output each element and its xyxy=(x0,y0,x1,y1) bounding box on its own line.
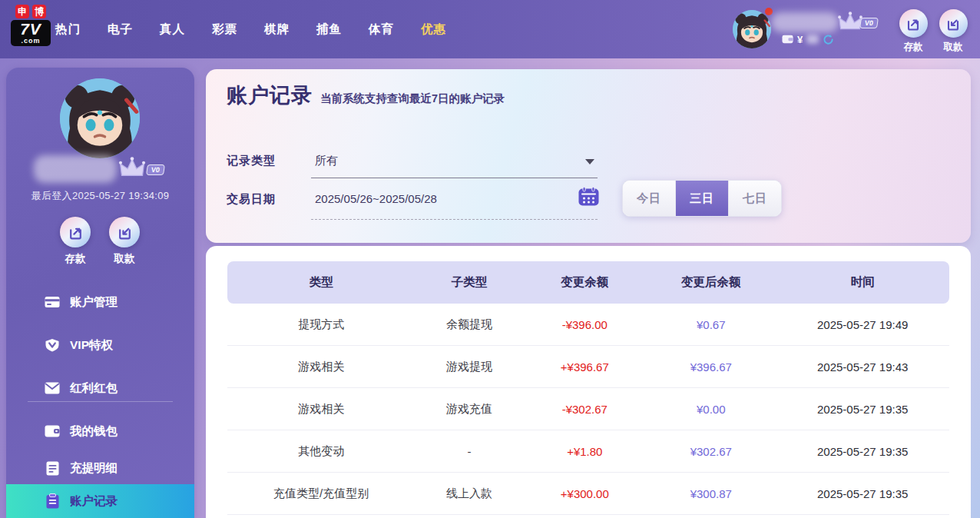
date-range-input[interactable]: 2025/05/26~2025/05/28 xyxy=(315,192,437,205)
vip-level-badge: V0 xyxy=(146,164,165,175)
cell-change: -¥302.67 xyxy=(523,403,646,416)
quick-range-toggle-group: 今日 三日 七日 xyxy=(622,180,782,217)
sidebar-item-bonus[interactable]: 红利红包 xyxy=(6,374,194,402)
sidebar-item-label: 我的钱包 xyxy=(70,423,118,440)
user-avatar[interactable] xyxy=(733,10,771,48)
table-row: 游戏相关 游戏提现 +¥396.67 ¥396.67 2025-05-27 19… xyxy=(227,346,949,388)
table-row: 充值类型/充值型别 线上入款 +¥300.00 ¥300.87 2025-05-… xyxy=(227,473,949,515)
withdraw-button[interactable]: 取款 xyxy=(938,9,968,54)
cell-subtype: 游戏充值 xyxy=(415,402,523,417)
cell-time: 2025-05-27 19:35 xyxy=(776,487,949,500)
brand-logo[interactable]: 申 博 7V .com xyxy=(11,5,51,46)
chevron-down-icon[interactable] xyxy=(585,159,594,164)
records-table-panel: 类型 子类型 变更余额 变更后余额 时间 提现方式 余额提现 -¥396.00 … xyxy=(206,246,971,518)
page: 申 博 7V .com 热门 电子 真人 彩票 棋牌 捕鱼 体育 优惠 V0 xyxy=(0,0,980,518)
sidebar-item-account-records[interactable]: 账户记录 xyxy=(6,484,194,518)
toggle-three-days[interactable]: 三日 xyxy=(675,181,728,216)
vip-shield-icon xyxy=(45,337,60,353)
top-navbar: 申 博 7V .com 热门 电子 真人 彩票 棋牌 捕鱼 体育 优惠 V0 xyxy=(0,0,980,58)
nav-item-promo[interactable]: 优惠 xyxy=(421,22,446,38)
table-body: 提现方式 余额提现 -¥396.00 ¥0.67 2025-05-27 19:4… xyxy=(227,304,949,515)
avatar-illustration xyxy=(733,10,771,48)
cell-type: 游戏相关 xyxy=(227,402,415,417)
date-range-underline xyxy=(311,219,598,220)
col-change: 变更余额 xyxy=(523,274,646,291)
sidebar: V0 最后登入2025-05-27 19:34:09 存款 取款 xyxy=(6,68,194,518)
page-title: 账户记录 xyxy=(227,81,313,109)
cell-balance: ¥0.00 xyxy=(646,403,776,416)
nav-item-board[interactable]: 棋牌 xyxy=(264,22,290,38)
wallet-icon xyxy=(45,423,60,439)
record-type-select[interactable]: 所有 xyxy=(315,154,338,168)
nav-item-live[interactable]: 真人 xyxy=(160,22,185,38)
nav-item-fishing[interactable]: 捕鱼 xyxy=(316,22,342,38)
cell-subtype: 线上入款 xyxy=(415,486,523,501)
sidebar-item-label: 账户记录 xyxy=(70,493,118,510)
date-range-label: 交易日期 xyxy=(227,192,276,207)
cell-change: -¥396.00 xyxy=(523,318,646,331)
crown-icon xyxy=(118,157,146,178)
red-packet-icon xyxy=(45,380,60,396)
sidebar-item-vip[interactable]: VIP特权 xyxy=(6,331,194,359)
nav-item-slots[interactable]: 电子 xyxy=(108,22,133,38)
cell-time: 2025-05-27 19:35 xyxy=(776,403,949,416)
cell-subtype: 余额提现 xyxy=(415,317,523,332)
table-row: 游戏相关 游戏充值 -¥302.67 ¥0.00 2025-05-27 19:3… xyxy=(227,388,949,430)
brand-suffix: .com xyxy=(13,38,48,45)
sidebar-avatar xyxy=(60,78,140,158)
deposit-icon xyxy=(60,217,91,247)
calendar-icon[interactable] xyxy=(578,187,599,206)
sidebar-withdraw-button[interactable]: 取款 xyxy=(108,217,141,266)
avatar-illustration xyxy=(60,78,140,158)
cell-change: +¥1.80 xyxy=(523,445,646,458)
withdraw-icon xyxy=(109,217,140,247)
cell-balance: ¥396.67 xyxy=(646,360,776,374)
brand-badges: 申 博 xyxy=(11,5,51,18)
toggle-seven-days[interactable]: 七日 xyxy=(728,181,781,216)
page-subtitle: 当前系统支持查询最近7日的账户记录 xyxy=(320,91,505,106)
username-redacted xyxy=(771,12,839,32)
deposit-button[interactable]: 存款 xyxy=(898,9,929,54)
cell-time: 2025-05-27 19:49 xyxy=(776,318,949,331)
sidebar-item-transaction-details[interactable]: 充提明细 xyxy=(6,454,194,482)
vip-level-badge: V0 xyxy=(859,18,879,28)
col-subtype: 子类型 xyxy=(415,274,523,291)
table-header: 类型 子类型 变更余额 变更后余额 时间 xyxy=(227,261,949,304)
toggle-today[interactable]: 今日 xyxy=(623,181,675,216)
balance-row: ¥ xyxy=(782,33,834,45)
deposit-icon xyxy=(899,9,928,38)
col-type: 类型 xyxy=(227,274,415,291)
refresh-icon[interactable] xyxy=(823,34,834,45)
sidebar-deposit-button[interactable]: 存款 xyxy=(58,217,92,266)
withdraw-label: 取款 xyxy=(938,41,968,54)
cell-time: 2025-05-27 19:35 xyxy=(776,445,949,458)
cell-type: 充值类型/充值型别 xyxy=(227,486,415,501)
deposit-label: 存款 xyxy=(898,41,929,54)
wallet-icon xyxy=(782,35,793,44)
notification-dot xyxy=(765,8,773,15)
withdraw-label: 取款 xyxy=(108,252,141,266)
deposit-label: 存款 xyxy=(58,252,92,266)
cell-time: 2025-05-27 19:43 xyxy=(776,360,949,374)
brand-box: 7V .com xyxy=(11,20,51,46)
table-row: 提现方式 余额提现 -¥396.00 ¥0.67 2025-05-27 19:4… xyxy=(227,304,949,346)
nav-item-lottery[interactable]: 彩票 xyxy=(212,22,237,38)
table-row: 其他变动 - +¥1.80 ¥302.67 2025-05-27 19:35 xyxy=(227,430,949,473)
record-type-underline xyxy=(311,178,598,178)
cell-balance: ¥302.67 xyxy=(646,445,776,458)
brand-badge-right: 博 xyxy=(32,5,46,18)
col-balance: 变更后余额 xyxy=(646,274,776,291)
sidebar-item-label: 充提明细 xyxy=(70,460,118,476)
main-nav: 热门 电子 真人 彩票 棋牌 捕鱼 体育 优惠 xyxy=(55,0,446,58)
nav-item-hot[interactable]: 热门 xyxy=(55,22,81,38)
sidebar-item-my-wallet[interactable]: 我的钱包 xyxy=(6,417,194,445)
sidebar-item-account-management[interactable]: 账户管理 xyxy=(6,288,194,316)
last-login-text: 最后登入2025-05-27 19:34:09 xyxy=(6,189,194,203)
sidebar-item-label: 账户管理 xyxy=(70,294,118,310)
brand-badge-left: 申 xyxy=(15,5,29,18)
cell-subtype: - xyxy=(415,445,523,458)
cell-type: 其他变动 xyxy=(227,444,415,459)
nav-item-sports[interactable]: 体育 xyxy=(369,22,394,38)
cell-type: 提现方式 xyxy=(227,317,415,332)
cell-balance: ¥300.87 xyxy=(646,487,776,500)
